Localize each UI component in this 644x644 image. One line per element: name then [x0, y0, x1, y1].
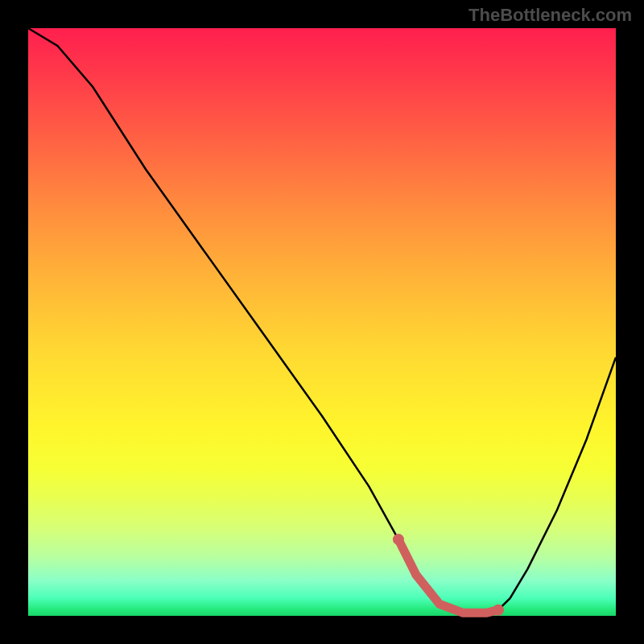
highlight-dot-end — [493, 605, 504, 616]
watermark-text: TheBottleneck.com — [469, 5, 632, 26]
chart-container: TheBottleneck.com — [0, 0, 644, 644]
highlight-segment — [398, 539, 498, 613]
highlight-dot-start — [393, 534, 404, 545]
plot-area — [28, 28, 616, 616]
main-curve-line — [28, 28, 616, 613]
curve-svg — [28, 28, 616, 616]
